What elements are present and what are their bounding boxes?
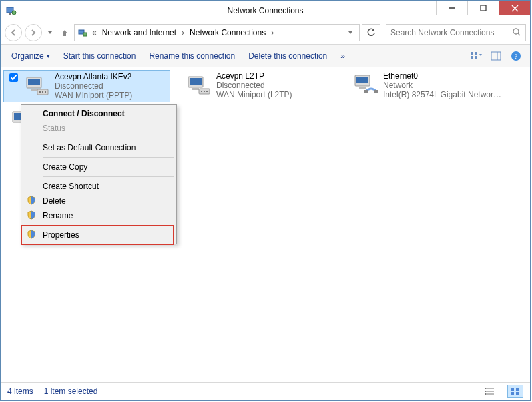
maximize-button[interactable] bbox=[467, 1, 499, 15]
connection-item[interactable]: Acevpn Atlanta IKEv2 Disconnected WAN Mi… bbox=[3, 70, 170, 102]
svg-rect-12 bbox=[475, 52, 477, 55]
preview-pane-button[interactable] bbox=[487, 48, 505, 64]
up-button[interactable] bbox=[58, 27, 71, 38]
menu-status: Status bbox=[23, 121, 175, 136]
menu-rename[interactable]: Rename bbox=[23, 208, 175, 223]
svg-point-25 bbox=[45, 91, 46, 93]
context-menu: Connect / Disconnect Status Set as Defau… bbox=[21, 104, 177, 244]
svg-rect-21 bbox=[31, 89, 37, 91]
svg-rect-43 bbox=[485, 388, 486, 389]
minimize-button[interactable] bbox=[436, 1, 467, 15]
ethernet-icon bbox=[352, 71, 379, 98]
connection-name: Ethernet0 bbox=[383, 71, 501, 81]
back-button[interactable] bbox=[5, 24, 22, 41]
svg-rect-48 bbox=[511, 392, 514, 395]
status-selected: 1 item selected bbox=[44, 387, 98, 396]
refresh-button[interactable] bbox=[362, 24, 380, 41]
chevron-down-icon: ▾ bbox=[47, 53, 50, 59]
menu-separator bbox=[43, 157, 174, 158]
menu-create-shortcut[interactable]: Create Shortcut bbox=[23, 179, 175, 194]
svg-point-2 bbox=[12, 11, 16, 15]
breadcrumb-prefix: « bbox=[91, 28, 98, 37]
connection-text: Acevpn L2TP Disconnected WAN Miniport (L… bbox=[216, 71, 334, 99]
close-button[interactable] bbox=[499, 1, 530, 15]
content-pane[interactable]: Acevpn Atlanta IKEv2 Disconnected WAN Mi… bbox=[1, 67, 530, 382]
overflow-button[interactable]: » bbox=[335, 49, 350, 63]
view-options-button[interactable] bbox=[467, 48, 485, 64]
svg-point-9 bbox=[513, 29, 519, 34]
window-frame: Network Connections bbox=[0, 0, 531, 401]
svg-rect-20 bbox=[28, 79, 40, 85]
breadcrumb-item[interactable]: Network Connections bbox=[188, 28, 267, 37]
connection-device: WAN Miniport (PPTP) bbox=[55, 91, 167, 100]
svg-rect-44 bbox=[485, 391, 486, 392]
svg-point-31 bbox=[204, 91, 205, 92]
address-dropdown[interactable] bbox=[344, 25, 356, 40]
item-checkbox[interactable] bbox=[9, 73, 18, 82]
navigation-bar: « Network and Internet › Network Connect… bbox=[1, 21, 530, 45]
rename-connection-button[interactable]: Rename this connection bbox=[144, 49, 240, 63]
svg-point-32 bbox=[206, 91, 208, 92]
shield-icon bbox=[27, 210, 37, 221]
status-count: 4 items bbox=[7, 387, 33, 396]
menu-properties[interactable]: Properties bbox=[23, 228, 175, 242]
search-icon[interactable] bbox=[512, 27, 523, 39]
search-input[interactable] bbox=[389, 27, 512, 38]
address-bar[interactable]: « Network and Internet › Network Connect… bbox=[74, 24, 360, 41]
start-connection-button[interactable]: Start this connection bbox=[58, 49, 142, 63]
connection-name: Acevpn L2TP bbox=[216, 71, 334, 81]
connection-status: Disconnected bbox=[55, 81, 167, 91]
svg-rect-15 bbox=[491, 52, 501, 60]
svg-point-30 bbox=[201, 91, 202, 92]
svg-rect-35 bbox=[359, 87, 366, 89]
menu-connect-disconnect[interactable]: Connect / Disconnect bbox=[23, 106, 175, 121]
svg-rect-36 bbox=[364, 90, 368, 93]
connection-text: Acevpn Atlanta IKEv2 Disconnected WAN Mi… bbox=[55, 72, 167, 100]
chevron-right-icon[interactable]: › bbox=[270, 28, 275, 37]
menu-separator bbox=[43, 138, 174, 138]
connection-list: Acevpn Atlanta IKEv2 Disconnected WAN Mi… bbox=[1, 67, 530, 105]
menu-delete[interactable]: Delete bbox=[23, 194, 175, 208]
svg-rect-28 bbox=[192, 88, 199, 90]
help-button[interactable]: ? bbox=[507, 48, 525, 64]
svg-text:?: ? bbox=[515, 52, 518, 60]
menu-rename-label: Rename bbox=[43, 211, 73, 220]
svg-rect-11 bbox=[471, 52, 473, 55]
title-bar: Network Connections bbox=[1, 1, 530, 21]
command-bar: Organize ▾ Start this connection Rename … bbox=[1, 45, 530, 67]
menu-separator bbox=[43, 225, 174, 226]
chevron-right-icon[interactable]: › bbox=[180, 28, 186, 37]
svg-point-23 bbox=[39, 91, 41, 93]
svg-rect-4 bbox=[481, 5, 486, 11]
breadcrumb-item[interactable]: Network and Internet bbox=[101, 28, 178, 37]
modem-icon bbox=[24, 72, 51, 99]
svg-rect-49 bbox=[516, 392, 519, 395]
window-controls bbox=[436, 1, 530, 15]
forward-button[interactable] bbox=[25, 24, 42, 41]
svg-rect-13 bbox=[471, 56, 473, 59]
menu-create-copy[interactable]: Create Copy bbox=[23, 160, 175, 174]
connection-status: Network bbox=[383, 81, 501, 90]
svg-rect-46 bbox=[511, 388, 514, 391]
delete-connection-button[interactable]: Delete this connection bbox=[243, 49, 332, 63]
svg-rect-34 bbox=[356, 77, 368, 83]
large-icons-view-button[interactable] bbox=[507, 385, 523, 398]
organize-button[interactable]: Organize ▾ bbox=[6, 49, 55, 63]
connection-device: WAN Miniport (L2TP) bbox=[216, 90, 334, 99]
connection-item[interactable]: Ethernet0 Network Intel(R) 82574L Gigabi… bbox=[337, 70, 504, 102]
menu-properties-label: Properties bbox=[43, 230, 79, 240]
svg-point-24 bbox=[42, 91, 43, 93]
organize-label: Organize bbox=[11, 51, 44, 61]
svg-rect-27 bbox=[190, 78, 202, 85]
shield-icon bbox=[27, 196, 37, 206]
connection-name: Acevpn Atlanta IKEv2 bbox=[55, 72, 167, 81]
search-box[interactable] bbox=[386, 24, 526, 41]
menu-delete-label: Delete bbox=[43, 196, 66, 206]
details-view-button[interactable] bbox=[482, 385, 497, 397]
connection-text: Ethernet0 Network Intel(R) 82574L Gigabi… bbox=[383, 71, 501, 99]
shield-icon bbox=[27, 230, 37, 240]
connection-item[interactable]: Acevpn L2TP Disconnected WAN Miniport (L… bbox=[170, 70, 337, 102]
menu-set-default[interactable]: Set as Default Connection bbox=[23, 140, 175, 155]
svg-line-10 bbox=[518, 33, 520, 35]
recent-dropdown[interactable] bbox=[45, 27, 55, 38]
